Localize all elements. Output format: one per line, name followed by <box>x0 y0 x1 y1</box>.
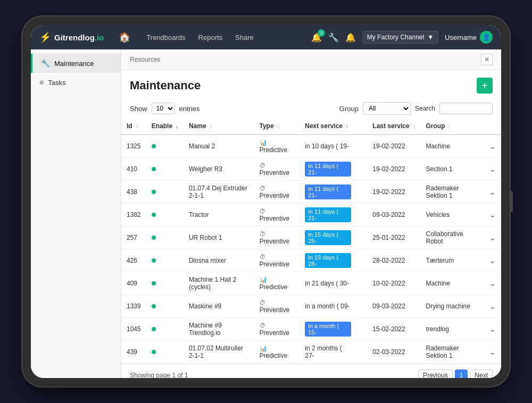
cell-type: ⏱Preventive <box>254 318 300 341</box>
cell-group: Machine <box>421 272 484 295</box>
expand-icon[interactable]: ⌄ <box>489 348 496 356</box>
expand-icon[interactable]: ⌄ <box>489 211 496 219</box>
cell-expand[interactable]: ⌄ <box>484 158 501 181</box>
cell-expand[interactable]: ⌄ <box>484 249 501 272</box>
sidebar-item-tasks[interactable]: ≡ Tasks <box>31 73 121 92</box>
cell-last-service: 25-01-2022 <box>367 226 420 249</box>
cell-expand[interactable]: ⌄ <box>484 318 501 341</box>
cell-group: trendlog <box>421 318 484 341</box>
cell-group: Rademaker Sektion 1 <box>421 341 484 364</box>
table-row[interactable]: 1045 Machine #9 Trendlog.io ⏱Preventive … <box>121 318 501 341</box>
next-service-text: in 10 days ( 19- <box>305 142 349 150</box>
cell-type: ⏱Preventive <box>254 181 300 204</box>
col-next-service[interactable]: Next service ↑ <box>300 118 356 135</box>
cell-type: ⏱Preventive <box>254 295 300 318</box>
group-select[interactable]: All <box>363 102 411 115</box>
cell-id: 438 <box>121 181 146 204</box>
group-label: Group <box>339 105 359 113</box>
col-type[interactable]: Type ↕ <box>254 118 300 135</box>
cell-next-service: in 21 days ( 30- <box>300 272 356 295</box>
home-button[interactable]: 🏠 <box>114 29 135 45</box>
table-row[interactable]: 1325 Manual 2 📊Predictive in 10 days ( 1… <box>121 135 501 158</box>
col-enable[interactable]: Enable ↓ <box>146 118 184 135</box>
expand-icon[interactable]: ⌄ <box>489 188 496 196</box>
expand-icon[interactable]: ⌄ <box>489 302 496 310</box>
logo: ⚡ Gitrendlog.io <box>39 31 104 43</box>
expand-icon[interactable]: ⌄ <box>489 142 496 150</box>
cell-name: 01.07.4 Dej Extruder 2-1-1 <box>184 181 254 204</box>
next-service-badge: in 19 days ( 28- <box>305 253 351 268</box>
cell-ns-extra <box>356 249 367 272</box>
cell-name: 01.07.02 Multiruller 2-1-1 <box>184 341 254 364</box>
col-name[interactable]: Name ↕ <box>184 118 254 135</box>
table-row[interactable]: 438 01.07.4 Dej Extruder 2-1-1 ⏱Preventi… <box>121 181 501 204</box>
nav-links: Trendboards Reports Share <box>145 31 254 44</box>
nav-trendboards[interactable]: Trendboards <box>145 31 186 44</box>
entries-select[interactable]: 10 25 50 <box>152 103 175 114</box>
show-label: Show <box>130 105 147 113</box>
username-area: Username 👤 <box>445 31 493 44</box>
status-dot <box>152 144 156 148</box>
cell-name: Machine 1 Hall 2 (cycles) <box>184 272 254 295</box>
search-input[interactable] <box>439 103 493 114</box>
page-title: Maintenance <box>130 79 201 93</box>
sidebar-tasks-label: Tasks <box>48 79 65 87</box>
cell-expand[interactable]: ⌄ <box>484 295 501 318</box>
col-id[interactable]: Id ↕ <box>121 118 146 135</box>
cell-expand[interactable]: ⌄ <box>484 272 501 295</box>
type-icon: ⏱ <box>260 322 265 329</box>
table-row[interactable]: 439 01.07.02 Multiruller 2-1-1 📊Predicti… <box>121 341 501 364</box>
nav-reports[interactable]: Reports <box>197 31 224 44</box>
cell-expand[interactable]: ⌄ <box>484 135 501 158</box>
table-row[interactable]: 409 Machine 1 Hall 2 (cycles) 📊Predictiv… <box>121 272 501 295</box>
add-button[interactable]: + <box>477 78 493 94</box>
next-service-badge: in 11 days ( 21- <box>305 207 351 222</box>
channel-dropdown-icon: ▼ <box>427 33 434 41</box>
next-service-badge: in 15 days ( 25- <box>305 230 351 245</box>
tools-button[interactable]: 🔧 <box>328 32 339 43</box>
cell-next-service: in 15 days ( 25- <box>300 226 356 249</box>
cell-last-service: 09-03-2022 <box>367 204 420 226</box>
breadcrumb: Resources <box>130 56 160 63</box>
alerts-button[interactable]: 🔔 3 <box>311 32 322 43</box>
prev-button[interactable]: Previous <box>418 370 453 378</box>
cell-expand[interactable]: ⌄ <box>484 181 501 204</box>
next-button[interactable]: Next <box>470 370 493 378</box>
cell-id: 409 <box>121 272 146 295</box>
channel-selector[interactable]: My Factory Channel ▼ <box>362 31 438 44</box>
user-avatar[interactable]: 👤 <box>480 31 493 44</box>
cell-type: ⏱Preventive <box>254 249 300 272</box>
cell-next-service: in 19 days ( 28- <box>300 249 356 272</box>
status-dot <box>152 258 156 263</box>
sidebar-item-maintenance[interactable]: 🔧 Maintenance <box>31 54 121 73</box>
cell-name: Manual 2 <box>184 135 254 158</box>
cell-group: Section 1 <box>421 158 484 181</box>
cell-expand[interactable]: ⌄ <box>484 204 501 226</box>
expand-icon[interactable]: ⌄ <box>489 279 496 288</box>
table-row[interactable]: 410 Weigher R3 ⏱Preventive in 11 days ( … <box>121 158 501 181</box>
cell-expand[interactable]: ⌄ <box>484 226 501 249</box>
table-row[interactable]: 426 Diosna mixer ⏱Preventive in 19 days … <box>121 249 501 272</box>
cell-type: 📊Predictive <box>254 272 300 295</box>
cell-expand[interactable]: ⌄ <box>484 341 501 364</box>
page-1-button[interactable]: 1 <box>455 370 468 378</box>
close-button[interactable]: ✕ <box>481 54 493 65</box>
notification-bell[interactable]: 🔔 <box>345 32 356 43</box>
cell-group: Drying machine <box>421 295 484 318</box>
cell-enable <box>146 226 184 249</box>
entries-label: entries <box>179 105 200 113</box>
nav-share[interactable]: Share <box>234 31 255 44</box>
col-group[interactable]: Group ↕ <box>421 118 484 135</box>
next-service-badge: in 11 days ( 21- <box>305 162 351 177</box>
table-row[interactable]: 1382 Tractor ⏱Preventive in 11 days ( 21… <box>121 204 501 226</box>
expand-icon[interactable]: ⌄ <box>489 233 496 242</box>
expand-icon[interactable]: ⌄ <box>489 165 496 173</box>
table-row[interactable]: 257 UR Robot 1 ⏱Preventive in 15 days ( … <box>121 226 501 249</box>
expand-icon[interactable]: ⌄ <box>489 325 496 333</box>
cell-next-service: in 11 days ( 21- <box>300 204 356 226</box>
navbar: ⚡ Gitrendlog.io 🏠 Trendboards Reports Sh… <box>31 25 501 49</box>
expand-icon[interactable]: ⌄ <box>489 256 496 265</box>
table-row[interactable]: 1339 Maskine #9 ⏱Preventive in a month (… <box>121 295 501 318</box>
sidebar-maintenance-label: Maintenance <box>54 60 94 68</box>
col-last-service[interactable]: Last service ↕ <box>367 118 420 135</box>
